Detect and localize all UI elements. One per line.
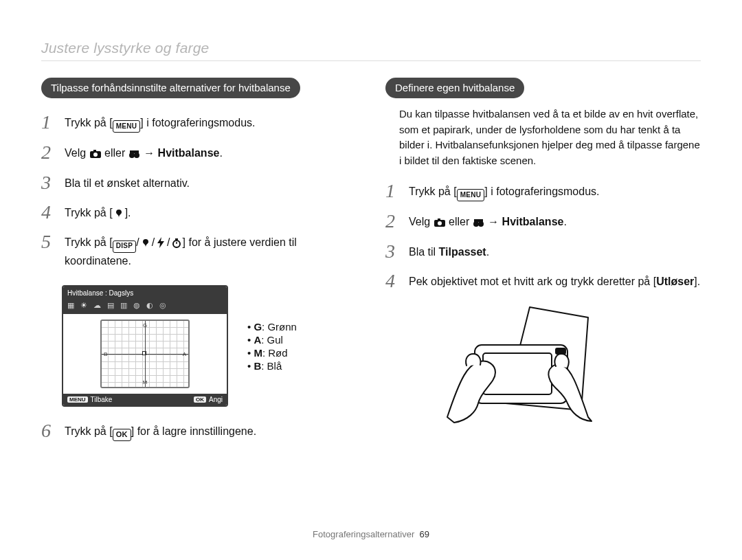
wb-option-icon: ◍ — [133, 301, 140, 310]
text: Trykk på [ — [409, 186, 457, 197]
axis-label-g: G — [143, 322, 147, 328]
camera-screenshot: Hvitbalanse : Dagslys ▦ ☀ ☁ ▤ ▥ ◍ ◐ ◎ G — [62, 285, 228, 407]
axis-label-m: M — [143, 379, 148, 385]
text: Bla til — [409, 246, 439, 258]
camera-icon — [89, 148, 102, 159]
disp-button-icon: DISP — [113, 240, 137, 253]
divider — [41, 60, 701, 61]
axis-label-a: A — [183, 350, 186, 357]
text: . — [563, 216, 566, 227]
columns: Tilpasse forhåndsinnstilte alternativer … — [41, 78, 701, 451]
wb-adjustment-grid: G A B M — [100, 320, 190, 388]
step-3: 3 Bla til et ønsket alternativ. — [41, 172, 357, 192]
text: Angi — [209, 396, 223, 403]
grid-cursor — [142, 351, 146, 355]
step-4: 4 Trykk på []. — [41, 202, 357, 222]
page-footer: Fotograferingsalternativer 69 — [0, 529, 742, 539]
wb-icon-row: ▦ ☀ ☁ ▤ ▥ ◍ ◐ ◎ — [63, 300, 227, 314]
step-number: 3 — [41, 172, 56, 192]
step-2: 2 Velg eller → Hvitbalanse. — [385, 211, 701, 231]
step-number: 4 — [385, 271, 401, 291]
flash-icon — [155, 237, 167, 248]
breadcrumb: Justere lysstyrke og farge — [41, 40, 701, 56]
legend-item: B: Blå — [247, 360, 297, 372]
svg-point-13 — [478, 221, 484, 227]
step-1: 1 Trykk på [MENU] i fotograferingsmodus. — [385, 181, 701, 201]
wb-option-icon: ☁ — [93, 301, 101, 310]
section-pill-right: Definere egen hvitbalanse — [385, 78, 524, 98]
legend-item: M: Rød — [247, 347, 297, 359]
arrow-icon: → — [141, 147, 158, 159]
screenshot-set: OK Angi — [194, 396, 223, 403]
footer-section: Fotograferingsalternativer — [313, 529, 414, 539]
text: Utløser — [656, 276, 694, 287]
text: Velg — [65, 147, 89, 159]
text: ] i fotograferingsmodus. — [140, 117, 255, 128]
left-steps-cont: 6 Trykk på [OK] for å lagre innstillinge… — [41, 421, 357, 441]
ok-button-icon: OK — [113, 429, 131, 441]
wb-option-icon: ☀ — [80, 301, 87, 310]
text: Bla til et ønsket alternativ. — [65, 172, 190, 191]
text: Pek objektivet mot et hvitt ark og trykk… — [409, 276, 656, 287]
screenshot-title: Hvitbalanse : Dagslys — [63, 287, 227, 300]
text: Tilbake — [91, 396, 113, 403]
right-column: Definere egen hvitbalanse Du kan tilpass… — [385, 78, 701, 451]
svg-rect-7 — [175, 238, 178, 240]
text: Hvitbalanse — [502, 216, 564, 227]
macro-icon — [113, 208, 125, 219]
svg-rect-19 — [556, 348, 565, 354]
macro-icon — [139, 238, 152, 249]
menu-button-icon: MENU — [457, 189, 485, 201]
text: Hvitbalanse — [158, 147, 220, 159]
wb-option-icon: ▤ — [107, 301, 114, 310]
step-number: 2 — [41, 142, 56, 162]
text: ]. — [125, 207, 131, 219]
step-number: 3 — [385, 241, 401, 261]
svg-point-12 — [473, 221, 479, 227]
color-legend: G: Grønn A: Gul M: Rød B: Blå — [247, 320, 297, 373]
intro-paragraph: Du kan tilpasse hvitbalansen ved å ta et… — [399, 107, 701, 168]
text: Trykk på [ — [65, 425, 113, 437]
camera-icon — [434, 217, 446, 228]
step-6: 6 Trykk på [OK] for å lagre innstillinge… — [41, 421, 357, 441]
step-3: 3 Bla til Tilpasset. — [385, 241, 701, 261]
svg-rect-14 — [474, 219, 483, 222]
axis-label-b: B — [104, 350, 107, 357]
wb-option-icon: ▥ — [120, 301, 127, 310]
page-number: 69 — [419, 529, 429, 539]
legend-item: A: Gul — [247, 334, 297, 346]
menu-button-icon: MENU — [113, 120, 141, 133]
screenshot-back: MENU Tilbake — [67, 396, 112, 403]
step-number: 4 — [41, 202, 56, 222]
svg-point-11 — [438, 221, 442, 225]
text: Trykk på [ — [65, 117, 113, 128]
step-number: 2 — [385, 211, 401, 231]
text: Trykk på [ — [65, 236, 113, 248]
timer-icon — [170, 238, 183, 249]
screenshot-and-legend: Hvitbalanse : Dagslys ▦ ☀ ☁ ▤ ▥ ◍ ◐ ◎ G — [41, 278, 357, 415]
svg-point-3 — [129, 153, 135, 158]
text: Velg — [409, 216, 434, 227]
wb-option-icon: ▦ — [67, 301, 74, 310]
text: Tilpasset — [439, 246, 486, 258]
section-pill-left: Tilpasse forhåndsinnstilte alternativer … — [41, 78, 300, 98]
text: ] for å lagre innstillingene. — [131, 425, 256, 437]
text: . — [486, 246, 489, 258]
left-steps: 1 Trykk på [MENU] i fotograferingsmodus.… — [41, 112, 357, 269]
text: . — [219, 147, 222, 159]
svg-rect-5 — [130, 150, 139, 153]
menu-button-icon: MENU — [67, 396, 88, 403]
arrow-icon: → — [485, 216, 502, 227]
legend-item: G: Grønn — [247, 321, 297, 333]
step-2: 2 Velg eller → Hvitbalanse. — [41, 142, 357, 162]
text: eller — [102, 147, 128, 159]
camera-illustration — [427, 300, 605, 438]
wb-option-icon: ◐ — [146, 301, 153, 310]
svg-rect-10 — [438, 219, 440, 221]
video-icon — [128, 148, 141, 159]
video-icon — [473, 217, 485, 228]
step-number: 6 — [41, 421, 56, 440]
svg-point-2 — [93, 153, 98, 157]
text: eller — [446, 216, 473, 227]
step-number: 1 — [385, 181, 401, 201]
